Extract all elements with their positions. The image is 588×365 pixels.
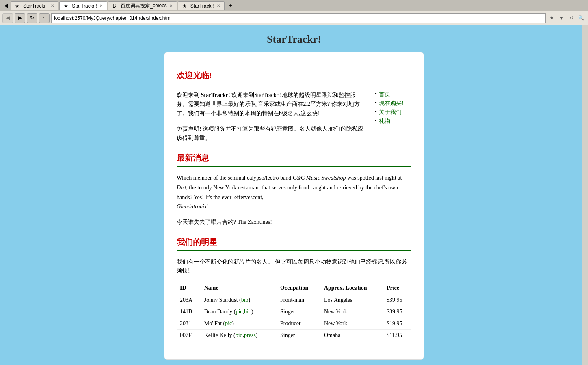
disclaimer-prefix: 免责声明! xyxy=(177,126,203,132)
scrollbar[interactable] xyxy=(582,25,588,365)
tab-1-label: StarTrackr ! xyxy=(23,3,48,9)
news-paragraph-2: 今天谁失去了唱片合约? The Zaxntines! xyxy=(177,217,411,227)
welcome-brand: StarTrackr! xyxy=(201,92,230,98)
nav-right-buttons: ★ ▼ ↺ 🔍 xyxy=(547,14,586,23)
link-bio-4[interactable]: bio xyxy=(236,332,243,338)
cell-price-1: $39.95 xyxy=(383,294,411,306)
stars-intro: 我们有一个不断变化的新芯片的名人。 但它可以每周只小动物意识到他们已经标记,所以… xyxy=(177,258,411,276)
stars-table: ID Name Occupation Approx. Location Pric… xyxy=(177,282,411,341)
tab-4-favicon: ★ xyxy=(182,3,188,9)
news-section: 最新消息 Which member of the seminal calypso… xyxy=(177,152,411,227)
tab-2-favicon: ★ xyxy=(64,3,69,9)
content-box: 欢迎光临! 欢迎来到 StarTrackr! 欢迎来到StarTrackr !地… xyxy=(164,52,424,360)
welcome-paragraph-1: 欢迎来到 StarTrackr! 欢迎来到StarTrackr !地球的超级明星… xyxy=(177,91,367,118)
page-wrapper: StarTrackr! 欢迎光临! 欢迎来到 StarTrackr! 欢迎来到S… xyxy=(0,25,588,365)
news-paragraph-1: Which member of the seminal calypso/lect… xyxy=(177,173,411,212)
cell-id-4: 007F xyxy=(177,329,201,341)
tab-3-close[interactable]: ✕ xyxy=(169,4,173,8)
table-body: 203A Johny Stardust (bio) Front-man Los … xyxy=(177,294,411,341)
cell-name-3: Mo' Fat (pic) xyxy=(201,318,277,329)
news-heading: 最新消息 xyxy=(177,152,411,167)
nav-item-buy[interactable]: 现在购买! xyxy=(375,100,411,107)
link-pic-3[interactable]: pic xyxy=(225,320,232,326)
cell-location-4: Omaha xyxy=(321,329,383,341)
welcome-text: 欢迎来到 StarTrackr! 欢迎来到StarTrackr !地球的超级明星… xyxy=(177,91,367,143)
table-header: ID Name Occupation Approx. Location Pric… xyxy=(177,282,411,294)
nav-links-list: 首页 现在购买! 关于我们 礼物 xyxy=(375,91,411,125)
nav-bar: ◀ ▶ ↻ ⌂ ★ ▼ ↺ 🔍 xyxy=(0,11,588,25)
nav-link-buy[interactable]: 现在购买! xyxy=(379,100,404,106)
cell-occupation-2: Singer xyxy=(277,306,321,318)
page-title: StarTrackr! xyxy=(0,33,588,45)
tab-bar: ◀ ★ StarTrackr ! ✕ ★ StarTrackr ! ✕ B 百度… xyxy=(0,0,588,11)
nav-item-about[interactable]: 关于我们 xyxy=(375,109,411,116)
dropdown-icon[interactable]: ▼ xyxy=(557,14,566,23)
tab-4-close[interactable]: ✕ xyxy=(217,4,220,8)
cell-name-4: Kellie Kelly (bio,press) xyxy=(201,329,277,341)
link-bio-1[interactable]: bio xyxy=(241,297,249,303)
table-row: 2031 Mo' Fat (pic) Producer New York $19… xyxy=(177,318,411,329)
nav-item-gift[interactable]: 礼物 xyxy=(375,118,411,125)
tab-3[interactable]: B 百度词典搜索_celebs ✕ xyxy=(108,1,177,10)
refresh-icon[interactable]: ↺ xyxy=(567,14,576,23)
home-button[interactable]: ⌂ xyxy=(39,13,50,23)
link-press-4[interactable]: press xyxy=(244,332,256,338)
news-celebrity-name: Glendatronix xyxy=(177,204,207,210)
address-bar[interactable] xyxy=(51,13,546,23)
cell-location-1: Los Angeles xyxy=(321,294,383,306)
bookmark-star-icon[interactable]: ★ xyxy=(547,14,556,23)
cell-occupation-3: Producer xyxy=(277,318,321,329)
col-header-name: Name xyxy=(201,282,277,294)
stars-heading: 我们的明星 xyxy=(177,237,411,251)
cell-price-2: $39.95 xyxy=(383,306,411,318)
link-bio-2[interactable]: bio xyxy=(244,309,251,315)
forward-button[interactable]: ▶ xyxy=(15,13,25,23)
back-button[interactable]: ◀ xyxy=(2,13,13,23)
news-restaurant-name: Dirt xyxy=(177,185,186,191)
news-band-name: C&C Music Sweatshop xyxy=(293,175,346,181)
col-header-location: Approx. Location xyxy=(321,282,383,294)
browser-chrome: ◀ ★ StarTrackr ! ✕ ★ StarTrackr ! ✕ B 百度… xyxy=(0,0,588,25)
tab-4[interactable]: ★ StarTrackr! ✕ xyxy=(178,1,225,10)
nav-link-about[interactable]: 关于我们 xyxy=(379,109,402,115)
nav-link-home[interactable]: 首页 xyxy=(379,91,390,97)
link-pic-2[interactable]: pic xyxy=(236,309,242,315)
cell-name-1: Johny Stardust (bio) xyxy=(201,294,277,306)
search-icon[interactable]: 🔍 xyxy=(577,14,586,23)
cell-location-2: New York xyxy=(321,306,383,318)
nav-links-container: 首页 现在购买! 关于我们 礼物 xyxy=(375,91,411,143)
welcome-section: 欢迎光临! 欢迎来到 StarTrackr! 欢迎来到StarTrackr !地… xyxy=(177,70,411,143)
table-header-row: ID Name Occupation Approx. Location Pric… xyxy=(177,282,411,294)
disclaimer-text: 这项服务并不打算为那些有犯罪意图。名人就像人,他们的隐私应该得到尊重。 xyxy=(177,126,363,141)
new-tab-button[interactable]: + xyxy=(225,1,236,10)
cell-name-2: Beau Dandy (pic,bio) xyxy=(201,306,277,318)
tab-1[interactable]: ★ StarTrackr ! ✕ xyxy=(11,1,58,10)
cell-occupation-4: Singer xyxy=(277,329,321,341)
col-header-id: ID xyxy=(177,282,201,294)
reload-button[interactable]: ↻ xyxy=(27,13,37,23)
tab-2-label: StarTrackr ! xyxy=(72,3,97,9)
nav-item-home[interactable]: 首页 xyxy=(375,91,411,98)
cell-occupation-1: Front-man xyxy=(277,294,321,306)
disclaimer-paragraph: 免责声明! 这项服务并不打算为那些有犯罪意图。名人就像人,他们的隐私应该得到尊重… xyxy=(177,125,367,143)
tab-2-close[interactable]: ✕ xyxy=(99,4,103,8)
cell-id-1: 203A xyxy=(177,294,201,306)
stars-section: 我们的明星 我们有一个不断变化的新芯片的名人。 但它可以每周只小动物意识到他们已… xyxy=(177,237,411,341)
back-btn-small[interactable]: ◀ xyxy=(2,2,10,10)
cell-price-4: $11.95 xyxy=(383,329,411,341)
col-header-price: Price xyxy=(383,282,411,294)
nav-link-gift[interactable]: 礼物 xyxy=(379,118,390,124)
col-header-occupation: Occupation xyxy=(277,282,321,294)
tab-1-close[interactable]: ✕ xyxy=(51,4,54,8)
table-row: 203A Johny Stardust (bio) Front-man Los … xyxy=(177,294,411,306)
cell-id-2: 141B xyxy=(177,306,201,318)
cell-id-3: 2031 xyxy=(177,318,201,329)
table-row: 141B Beau Dandy (pic,bio) Singer New Yor… xyxy=(177,306,411,318)
cell-price-3: $19.95 xyxy=(383,318,411,329)
welcome-layout: 欢迎来到 StarTrackr! 欢迎来到StarTrackr !地球的超级明星… xyxy=(177,91,411,143)
tab-3-label: 百度词典搜索_celebs xyxy=(121,2,166,9)
tab-2[interactable]: ★ StarTrackr ! ✕ xyxy=(59,1,107,10)
tab-3-favicon: B xyxy=(112,3,118,9)
tab-1-favicon: ★ xyxy=(15,3,21,9)
tab-4-label: StarTrackr! xyxy=(190,3,214,9)
